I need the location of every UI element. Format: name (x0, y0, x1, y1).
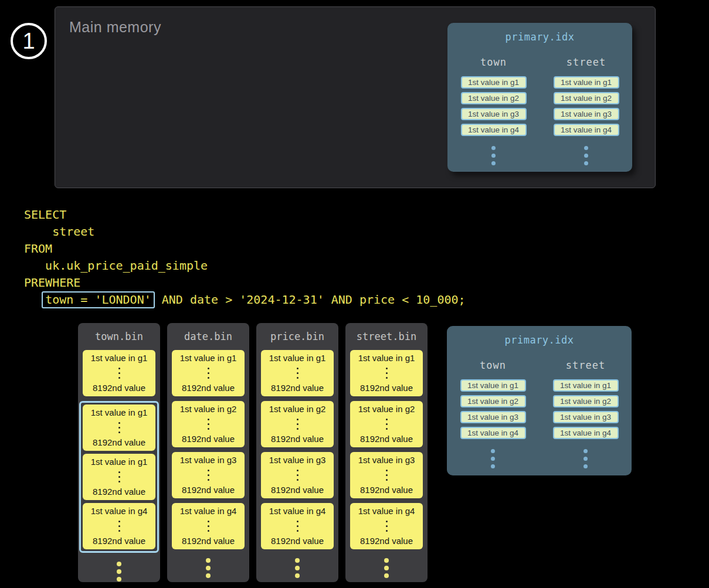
primary-idx-title: primary.idx (447, 23, 632, 43)
ellipsis-dot (491, 449, 495, 453)
sql-line: SELECT (24, 206, 466, 223)
ellipsis-dot (386, 530, 388, 532)
column-file-date-bin: date.bin 1st value in g18192nd value1st … (167, 323, 249, 582)
ellipsis-dots (491, 144, 496, 167)
granule-last-value: 8192nd value (182, 485, 235, 494)
granule-last-value: 8192nd value (182, 383, 235, 392)
granule-block: 1st value in g18192nd value (261, 350, 334, 396)
ellipsis-dot (295, 558, 300, 563)
granule-first-value: 1st value in g3 (269, 456, 326, 464)
ellipsis-dot (118, 372, 120, 374)
ellipsis-dot (386, 428, 388, 430)
granule-block: 1st value in g18192nd value (83, 454, 155, 500)
ellipsis-dot (386, 377, 388, 379)
granule-first-value: 1st value in g3 (180, 456, 237, 464)
ellipsis-dot (295, 566, 300, 570)
index-entry-chip: 1st value in g3 (461, 108, 527, 120)
granule-first-value: 1st value in g4 (91, 507, 148, 515)
index-entry-chip: 1st value in g2 (460, 395, 526, 407)
index-entry-chip: 1st value in g3 (554, 108, 619, 120)
ellipsis-dot (491, 161, 496, 165)
ellipsis-dot (208, 372, 209, 374)
ellipsis-dot (386, 372, 388, 374)
bin-title: price.bin (256, 331, 338, 342)
index-entry-chip: 1st value in g2 (461, 92, 527, 104)
ellipsis-dots (386, 366, 388, 380)
granule-first-value: 1st value in g3 (358, 456, 415, 464)
ellipsis-dot (208, 423, 209, 425)
granule-block: 1st value in g18192nd value (350, 350, 423, 396)
index-entry-chip: 1st value in g1 (553, 379, 619, 392)
ellipsis-dots (584, 144, 588, 167)
index-entry-chip: 1st value in g2 (554, 92, 619, 104)
ellipsis-dot (117, 562, 121, 566)
ellipsis-dot (584, 146, 588, 150)
granule-first-value: 1st value in g1 (358, 354, 415, 362)
granule-block: 1st value in g18192nd value (83, 405, 155, 451)
ellipsis-dot (386, 419, 388, 420)
granule-first-value: 1st value in g1 (91, 354, 148, 362)
ellipsis-dot (297, 377, 298, 379)
ellipsis-dot (297, 368, 298, 369)
ellipsis-dots (208, 417, 209, 431)
granule-first-value: 1st value in g1 (91, 408, 148, 417)
ellipsis-dots (78, 560, 160, 583)
pidx-column-header: street (566, 56, 606, 68)
ellipsis-dots (297, 519, 298, 533)
granule-block: 1st value in g48192nd value (261, 503, 334, 549)
ellipsis-dot (208, 474, 209, 476)
ellipsis-dot (297, 474, 298, 476)
granule-last-value: 8192nd value (93, 536, 145, 545)
ellipsis-dot (386, 525, 388, 527)
ellipsis-dot (118, 476, 120, 478)
bin-body: 1st value in g18192nd value1st value in … (256, 350, 338, 579)
bin-body: 1st value in g18192nd value1st value in … (167, 350, 249, 579)
pidx-column-street: street1st value in g11st value in g21st … (551, 359, 621, 470)
ellipsis-dot (297, 428, 298, 430)
ellipsis-dot (295, 573, 300, 578)
ellipsis-dot (118, 422, 120, 424)
granule-last-value: 8192nd value (360, 485, 413, 494)
granule-block: 1st value in g48192nd value (350, 503, 423, 549)
granule-first-value: 1st value in g1 (180, 354, 237, 362)
sql-line: FROM (24, 240, 466, 257)
ellipsis-dot (208, 377, 209, 379)
primary-idx-box-bottom: primary.idx town1st value in g11st value… (447, 326, 632, 475)
column-file-street-bin: street.bin 1st value in g18192nd value1s… (345, 323, 428, 582)
bin-body: 1st value in g18192nd value1st value in … (345, 350, 428, 579)
ellipsis-dots (118, 420, 120, 434)
ellipsis-dot (118, 431, 120, 433)
sql-line-prewhere-predicates: town = 'LONDON' AND date > '2024-12-31' … (24, 291, 466, 308)
granule-last-value: 8192nd value (182, 434, 235, 443)
ellipsis-dots (297, 468, 298, 482)
sql-rest: AND date > '2024-12-31' AND price < 10_0… (155, 293, 466, 307)
ellipsis-dot (118, 377, 120, 379)
primary-idx-columns: town1st value in g11st value in g21st va… (447, 56, 632, 167)
granule-first-value: 1st value in g1 (269, 354, 326, 362)
pidx-column-header: town (480, 56, 507, 68)
granule-last-value: 8192nd value (360, 383, 413, 392)
ellipsis-dot (208, 479, 209, 481)
primary-idx-title: primary.idx (447, 326, 632, 346)
index-entry-chip: 1st value in g4 (460, 427, 526, 439)
prewhere-highlight-box: town = 'LONDON' (42, 291, 155, 308)
index-entry-chip: 1st value in g3 (553, 411, 619, 423)
granule-last-value: 8192nd value (182, 536, 235, 545)
ellipsis-dots (584, 447, 588, 470)
index-entry-chip: 1st value in g4 (461, 124, 527, 136)
ellipsis-dot (584, 449, 588, 453)
ellipsis-dot (584, 161, 588, 165)
diagram-canvas: 1 Main memory primary.idx town1st value … (0, 0, 709, 588)
ellipsis-dot (384, 558, 389, 563)
granule-first-value: 1st value in g4 (269, 507, 326, 515)
ellipsis-dot (208, 470, 209, 471)
ellipsis-dot (384, 566, 389, 570)
granule-last-value: 8192nd value (271, 536, 324, 545)
bin-title: town.bin (78, 331, 160, 342)
index-entry-chip: 1st value in g3 (460, 411, 526, 423)
ellipsis-dot (297, 530, 298, 532)
ellipsis-dot (206, 558, 211, 563)
granule-last-value: 8192nd value (93, 383, 145, 392)
ellipsis-dot (208, 419, 209, 420)
granule-last-value: 8192nd value (271, 434, 324, 443)
